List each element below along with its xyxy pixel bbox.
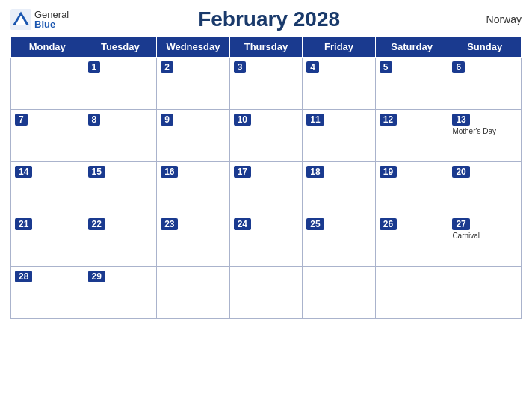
calendar-cell: 28 (11, 267, 84, 319)
holiday-label: Carnival (452, 232, 517, 240)
calendar-cell: 1 (84, 58, 157, 110)
header-saturday: Saturday (375, 37, 448, 58)
calendar-cell: 2 (157, 58, 230, 110)
day-number: 10 (234, 114, 251, 126)
calendar-cell: 29 (84, 267, 157, 319)
day-number: 23 (161, 218, 178, 230)
header-thursday: Thursday (229, 37, 303, 58)
calendar-cell (375, 267, 448, 319)
country-label: Norway (469, 13, 522, 25)
calendar-cell: 11 (303, 110, 376, 162)
calendar-title: February 2028 (198, 7, 340, 31)
day-number: 9 (161, 114, 173, 126)
calendar-cell: 17 (229, 162, 303, 214)
calendar-cell: 20 (448, 162, 522, 214)
day-number: 1 (88, 61, 101, 73)
calendar-cell: 8 (84, 110, 157, 162)
day-number: 16 (161, 166, 178, 178)
day-number: 18 (306, 166, 324, 178)
calendar-cell: 3 (229, 58, 303, 110)
calendar-cell: 16 (157, 162, 230, 214)
calendar-header: General Blue February 2028 Norway (10, 7, 522, 31)
holiday-label: Mother's Day (452, 127, 517, 135)
day-number: 28 (15, 271, 32, 282)
calendar-cell (229, 267, 303, 319)
day-number: 27 (452, 218, 469, 230)
week-row-4: 21222324252627Carnival (11, 214, 522, 267)
weekday-header-row: Monday Tuesday Wednesday Thursday Friday… (11, 37, 522, 58)
day-number: 26 (380, 218, 397, 230)
day-number: 29 (88, 271, 105, 282)
day-number: 13 (452, 114, 469, 126)
day-number: 6 (452, 61, 465, 73)
week-row-3: 14151617181920 (11, 162, 522, 214)
day-number: 11 (306, 114, 324, 126)
day-number: 22 (88, 218, 105, 230)
calendar-cell (448, 267, 522, 319)
calendar-cell: 5 (375, 58, 448, 110)
calendar-cell: 6 (448, 58, 522, 110)
week-row-1: 123456 (11, 58, 522, 110)
calendar-cell: 14 (11, 162, 84, 214)
day-number: 14 (15, 166, 32, 178)
header-sunday: Sunday (448, 37, 522, 58)
calendar-cell: 19 (375, 162, 448, 214)
calendar-cell: 25 (303, 214, 376, 267)
day-number: 21 (15, 218, 32, 230)
calendar-cell: 10 (229, 110, 303, 162)
header-wednesday: Wednesday (157, 37, 230, 58)
day-number: 19 (380, 166, 397, 178)
calendar-cell: 23 (157, 214, 230, 267)
calendar-cell: 9 (157, 110, 230, 162)
day-number: 25 (306, 218, 324, 230)
header-friday: Friday (303, 37, 376, 58)
day-number: 4 (306, 61, 319, 73)
calendar-cell: 7 (11, 110, 84, 162)
calendar-cell: 13Mother's Day (448, 110, 522, 162)
calendar-cell: 12 (375, 110, 448, 162)
calendar-cell: 15 (84, 162, 157, 214)
calendar-cell: 18 (303, 162, 376, 214)
day-number: 7 (15, 114, 28, 126)
day-number: 3 (234, 61, 247, 73)
calendar-cell (11, 58, 84, 110)
calendar-cell: 26 (375, 214, 448, 267)
logo-blue-text: Blue (34, 19, 69, 29)
calendar-cell: 27Carnival (448, 214, 522, 267)
logo-text: General Blue (34, 10, 69, 29)
logo-area: General Blue (10, 9, 69, 30)
day-number: 17 (234, 166, 251, 178)
day-number: 2 (161, 61, 173, 73)
calendar-page: General Blue February 2028 Norway Monday… (0, 0, 532, 411)
calendar-cell (303, 267, 376, 319)
header-monday: Monday (11, 37, 84, 58)
calendar-cell: 4 (303, 58, 376, 110)
day-number: 20 (452, 166, 469, 178)
calendar-cell: 21 (11, 214, 84, 267)
week-row-5: 2829 (11, 267, 522, 319)
generalblue-logo-icon (10, 9, 31, 30)
calendar-table: Monday Tuesday Wednesday Thursday Friday… (10, 36, 522, 319)
day-number: 5 (380, 61, 392, 73)
day-number: 8 (88, 114, 101, 126)
day-number: 15 (88, 166, 105, 178)
calendar-cell: 22 (84, 214, 157, 267)
calendar-cell (157, 267, 230, 319)
calendar-cell: 24 (229, 214, 303, 267)
title-area: February 2028 (69, 7, 469, 31)
day-number: 24 (234, 218, 251, 230)
day-number: 12 (380, 114, 397, 126)
week-row-2: 78910111213Mother's Day (11, 110, 522, 162)
header-tuesday: Tuesday (84, 37, 157, 58)
